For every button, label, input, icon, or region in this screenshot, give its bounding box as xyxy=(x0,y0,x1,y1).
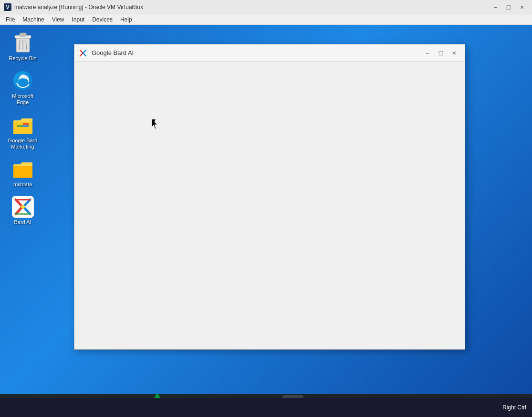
bard-window-icon xyxy=(78,48,88,58)
svg-point-14 xyxy=(21,205,25,209)
vbox-close-button[interactable]: × xyxy=(516,2,528,12)
vbox-titlebar: V malware analyze [Running] - Oracle VM … xyxy=(0,0,532,14)
edge-label: Microsoft Edge xyxy=(7,93,39,106)
desktop-icons: Recycle Bin xyxy=(5,30,41,227)
edge-icon xyxy=(11,69,34,92)
bard-titlebar: Google Bard AI − □ × xyxy=(74,44,465,62)
menu-input[interactable]: Input xyxy=(68,15,89,24)
svg-text:V: V xyxy=(6,5,10,10)
vm-display[interactable]: Recycle Bin xyxy=(0,25,532,417)
desktop-icon-bard-marketing[interactable]: Google Bard Marketing xyxy=(5,112,41,152)
bard-marketing-icon xyxy=(11,114,34,137)
menu-view[interactable]: View xyxy=(48,15,68,24)
bard-window-title: Google Bard AI xyxy=(92,49,421,56)
vbox-minimize-button[interactable]: − xyxy=(489,2,501,12)
host-taskbar: Right Ctrl xyxy=(0,398,532,417)
bard-ai-label: Bard AI xyxy=(14,219,31,225)
svg-rect-12 xyxy=(13,166,32,178)
desktop-icon-edge[interactable]: Microsoft Edge xyxy=(5,67,41,107)
desktop-icon-bard-ai[interactable]: Bard AI xyxy=(5,193,41,227)
bard-app-window: Google Bard AI − □ × xyxy=(74,44,465,350)
host-right-ctrl-label: Right Ctrl xyxy=(502,404,526,411)
vbox-maximize-button[interactable]: □ xyxy=(502,2,515,12)
svg-rect-4 xyxy=(20,33,26,36)
menu-devices[interactable]: Devices xyxy=(88,15,116,24)
menu-machine[interactable]: Machine xyxy=(19,15,48,24)
bard-minimize-button[interactable]: − xyxy=(421,47,434,59)
menu-file[interactable]: File xyxy=(2,15,19,24)
bard-marketing-label: Google Bard Marketing xyxy=(7,138,39,150)
vbox-menubar: File Machine View Input Devices Help xyxy=(0,14,532,25)
vbox-logo-icon: V xyxy=(4,3,11,11)
desktop-icon-mktdata[interactable]: mktdata xyxy=(5,156,41,190)
desktop-icon-recycle-bin[interactable]: Recycle Bin xyxy=(5,30,41,64)
vm-desktop: Recycle Bin xyxy=(0,25,532,417)
vbox-title: malware analyze [Running] - Oracle VM Vi… xyxy=(14,4,489,11)
bard-content-area[interactable] xyxy=(74,62,465,349)
virtualbox-window: V malware analyze [Running] - Oracle VM … xyxy=(0,0,532,417)
bard-ai-icon xyxy=(11,195,34,218)
bard-maximize-button[interactable]: □ xyxy=(434,47,448,59)
vbox-window-controls: − □ × xyxy=(489,2,528,12)
recycle-bin-label: Recycle Bin xyxy=(9,55,36,62)
menu-help[interactable]: Help xyxy=(116,15,136,24)
mktdata-label: mktdata xyxy=(13,182,32,188)
recycle-bin-icon xyxy=(11,32,34,54)
bard-close-button[interactable]: × xyxy=(448,47,461,59)
mktdata-icon xyxy=(11,158,34,181)
